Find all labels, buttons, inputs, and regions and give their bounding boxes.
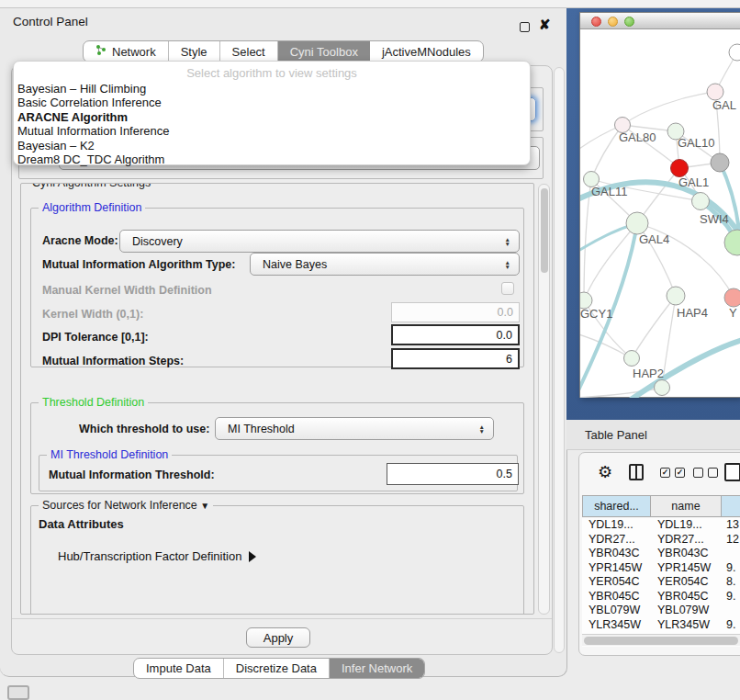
manual-kernel-label: Manual Kernel Width Definition bbox=[42, 284, 212, 297]
gear-icon[interactable]: ⚙ bbox=[598, 462, 612, 482]
table-cell[interactable]: 8. bbox=[722, 575, 740, 590]
table-cell[interactable]: 12 bbox=[722, 533, 740, 548]
table-cell[interactable]: YER054C bbox=[651, 575, 722, 590]
column-view-icon[interactable] bbox=[629, 464, 644, 480]
dropdown-item[interactable]: Mutual Information Inference bbox=[14, 124, 530, 138]
manual-kernel-checkbox[interactable] bbox=[501, 282, 514, 295]
table-cell[interactable] bbox=[722, 547, 740, 561]
node[interactable] bbox=[724, 230, 740, 255]
zoom-traffic-icon[interactable] bbox=[624, 17, 634, 27]
which-threshold-combo[interactable]: MI Threshold ▲▼ bbox=[215, 417, 494, 440]
document-icon[interactable] bbox=[724, 463, 740, 481]
table-cell[interactable]: YPR145W bbox=[582, 561, 651, 576]
dpi-tolerance-input[interactable] bbox=[391, 324, 520, 345]
column-header-shared-name[interactable]: shared... bbox=[582, 495, 651, 517]
minimize-traffic-icon[interactable] bbox=[608, 17, 618, 27]
column-header[interactable] bbox=[722, 495, 740, 517]
table-cell[interactable]: YDL19... bbox=[582, 518, 651, 533]
dropdown-item[interactable]: Bayesian – K2 bbox=[14, 139, 530, 152]
mi-steps-input[interactable] bbox=[391, 348, 520, 369]
table-cell[interactable]: 13 bbox=[722, 518, 740, 533]
tab-label: Network bbox=[112, 45, 156, 59]
table-cell[interactable] bbox=[722, 604, 740, 618]
mi-threshold-input[interactable] bbox=[387, 463, 519, 485]
network-canvas[interactable]: GAL GAL80 GAL10 GAL1 GAL11 SWI4 GAL4 GCY… bbox=[580, 30, 740, 398]
table-cell[interactable]: YPR145W bbox=[651, 561, 722, 576]
node[interactable] bbox=[711, 153, 729, 172]
table-cell[interactable]: YLR345W bbox=[651, 618, 722, 633]
table-cell[interactable]: YDL19... bbox=[651, 518, 722, 533]
tab-infer-network[interactable]: Infer Network bbox=[330, 659, 424, 678]
tab-impute-data[interactable]: Impute Data bbox=[134, 659, 224, 678]
checked-checkbox-icon[interactable]: ✓ bbox=[675, 468, 685, 478]
table-cell[interactable]: YBL079W bbox=[582, 604, 651, 618]
node-swi4[interactable] bbox=[692, 193, 710, 210]
mi-type-combo[interactable]: Naive Bayes ▲▼ bbox=[250, 253, 520, 276]
tab-discretize-data[interactable]: Discretize Data bbox=[224, 659, 330, 678]
float-window-icon[interactable] bbox=[520, 22, 530, 32]
mi-threshold-group: MI Threshold Definition Mutual Informati… bbox=[39, 455, 518, 491]
table-cell[interactable]: YBR045C bbox=[651, 590, 722, 604]
dropdown-prompt: Select algorithm to view settings bbox=[14, 64, 530, 82]
tab-style[interactable]: Style bbox=[169, 41, 220, 62]
node-label: HAP4 bbox=[677, 306, 708, 320]
table-cell[interactable]: YBR043C bbox=[582, 547, 651, 561]
dropdown-item[interactable]: Dream8 DC_TDC Algorithm bbox=[14, 152, 530, 166]
tab-jactivemnodules[interactable]: jActiveMNodules bbox=[370, 41, 483, 62]
scrollbar-thumb[interactable] bbox=[584, 637, 738, 645]
table-panel-titlebar: Table Panel bbox=[566, 420, 740, 450]
table-cell[interactable]: 9. bbox=[722, 618, 740, 633]
table-cell[interactable]: YBL079W bbox=[651, 604, 722, 618]
table-cell[interactable]: YER054C bbox=[582, 575, 651, 590]
node[interactable] bbox=[729, 44, 740, 61]
aracne-mode-value: Discovery bbox=[132, 235, 183, 248]
table-cell[interactable]: YDR27... bbox=[582, 533, 651, 548]
node-gal4[interactable] bbox=[626, 212, 648, 234]
table-cell[interactable]: 9. bbox=[722, 590, 740, 604]
table-hscrollbar[interactable] bbox=[582, 634, 740, 646]
group-legend: Threshold Definition bbox=[39, 396, 148, 409]
tab-cyni-toolbox[interactable]: Cyni Toolbox bbox=[278, 41, 370, 62]
table-cell[interactable]: 9. bbox=[722, 561, 740, 576]
aracne-mode-combo[interactable]: Discovery ▲▼ bbox=[119, 230, 520, 253]
node-hap2[interactable] bbox=[624, 351, 640, 367]
chevron-down-icon[interactable]: ▼ bbox=[200, 501, 209, 511]
node-hap4[interactable] bbox=[667, 287, 685, 305]
unchecked-checkbox-icon[interactable] bbox=[708, 468, 718, 478]
settings-scrollbar[interactable] bbox=[538, 184, 550, 615]
kernel-width-label: Kernel Width (0,1): bbox=[42, 308, 143, 321]
node[interactable] bbox=[655, 380, 670, 396]
algorithm-definition-group: Algorithm Definition Aracne Mode: Discov… bbox=[30, 208, 524, 367]
checked-checkbox-icon[interactable]: ✓ bbox=[660, 468, 670, 478]
stepper-icon: ▲▼ bbox=[479, 423, 485, 434]
panel-scrollbar[interactable] bbox=[554, 67, 565, 653]
table-cell[interactable]: YLR345W bbox=[582, 618, 651, 633]
close-traffic-icon[interactable] bbox=[591, 17, 601, 27]
network-window-titlebar[interactable] bbox=[580, 13, 740, 29]
table-cell[interactable]: YDR27... bbox=[651, 533, 722, 548]
node-gal1[interactable] bbox=[671, 160, 689, 177]
apply-button[interactable]: Apply bbox=[246, 627, 310, 648]
dropdown-item[interactable]: Bayesian – Hill Climbing bbox=[14, 82, 530, 96]
column-header-name[interactable]: name bbox=[651, 495, 722, 517]
tab-label: Cyni Toolbox bbox=[290, 45, 358, 59]
node[interactable] bbox=[724, 288, 740, 307]
bottom-tabs: Impute Data Discretize Data Infer Networ… bbox=[133, 658, 425, 679]
unchecked-checkbox-icon[interactable] bbox=[693, 468, 703, 478]
dpi-tolerance-label: DPI Tolerance [0,1]: bbox=[42, 331, 149, 344]
dropdown-item[interactable]: Basic Correlation Inference bbox=[14, 96, 530, 109]
mi-type-value: Naive Bayes bbox=[263, 258, 327, 271]
tab-select[interactable]: Select bbox=[220, 41, 278, 62]
scrollbar-thumb[interactable] bbox=[541, 188, 548, 273]
threshold-definition-group: Threshold Definition Which threshold to … bbox=[30, 402, 524, 494]
close-icon[interactable]: ✘ bbox=[539, 17, 551, 33]
tab-label: Style bbox=[181, 45, 207, 59]
top-divider bbox=[0, 0, 740, 8]
dropdown-item[interactable]: ARACNE Algorithm bbox=[14, 110, 530, 124]
table-cell[interactable]: YBR043C bbox=[651, 547, 722, 561]
table-cell[interactable]: YBR045C bbox=[582, 590, 651, 604]
tab-network[interactable]: Network bbox=[84, 41, 169, 62]
kernel-width-input[interactable] bbox=[391, 302, 520, 322]
minimized-panel-icon[interactable] bbox=[7, 685, 29, 700]
tab-label: Select bbox=[232, 45, 265, 59]
